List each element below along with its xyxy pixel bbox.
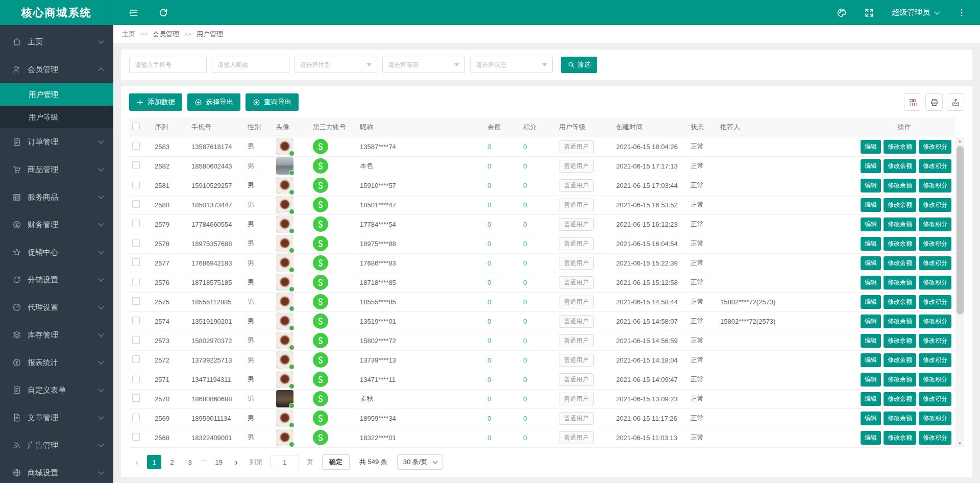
modify-points-button[interactable]: 修改积分	[919, 276, 951, 289]
edit-button[interactable]: 编辑	[861, 412, 881, 425]
modify-balance-button[interactable]: 修改余额	[884, 140, 916, 154]
nickname-input[interactable]	[212, 57, 289, 73]
status-select[interactable]: 请选择状态	[470, 57, 553, 73]
modify-points-button[interactable]: 修改积分	[919, 353, 951, 367]
modify-balance-button[interactable]: 修改余额	[884, 295, 916, 309]
edit-button[interactable]: 编辑	[861, 159, 881, 173]
edit-button[interactable]: 编辑	[861, 276, 881, 289]
row-checkbox[interactable]	[132, 220, 140, 227]
page-button[interactable]: 2	[165, 455, 179, 469]
row-checkbox[interactable]	[132, 278, 140, 285]
sidebar-item[interactable]: 订单管理	[0, 128, 113, 156]
add-data-button[interactable]: 添加数据	[129, 93, 182, 111]
modify-balance-button[interactable]: 修改余额	[884, 373, 916, 387]
edit-button[interactable]: 编辑	[861, 334, 881, 348]
row-checkbox[interactable]	[132, 297, 140, 305]
edit-button[interactable]: 编辑	[861, 315, 881, 328]
edit-button[interactable]: 编辑	[861, 353, 881, 367]
modify-balance-button[interactable]: 修改余额	[884, 218, 916, 231]
print-button[interactable]	[925, 93, 943, 111]
sidebar-item[interactable]: 自定义表单	[0, 376, 113, 404]
modify-points-button[interactable]: 修改积分	[919, 179, 951, 192]
select-all-checkbox[interactable]	[132, 123, 140, 130]
sidebar-item[interactable]: 文章管理	[0, 404, 113, 431]
table-scrollbar[interactable]: ▲ ▼	[955, 137, 964, 447]
modify-balance-button[interactable]: 修改余额	[884, 431, 916, 445]
export-button[interactable]	[947, 93, 964, 111]
scroll-up-arrow[interactable]: ▲	[955, 137, 964, 145]
sidebar-item[interactable]: 代理设置	[0, 294, 113, 321]
sidebar-item[interactable]: 财务管理	[0, 211, 113, 238]
admin-menu[interactable]: 超级管理员	[892, 8, 939, 17]
page-button[interactable]: 3	[183, 455, 197, 469]
modify-points-button[interactable]: 修改积分	[919, 140, 951, 154]
more-kebab-icon[interactable]	[957, 8, 967, 18]
query-export-button[interactable]: 查询导出	[246, 93, 299, 111]
row-checkbox[interactable]	[132, 181, 140, 188]
modify-balance-button[interactable]: 修改余额	[884, 412, 916, 425]
edit-button[interactable]: 编辑	[861, 295, 881, 309]
modify-balance-button[interactable]: 修改余额	[884, 256, 916, 270]
scroll-down-arrow[interactable]: ▼	[955, 439, 964, 447]
breadcrumb-item[interactable]: 主页	[122, 30, 135, 39]
theme-palette-icon[interactable]	[837, 8, 847, 18]
modify-points-button[interactable]: 修改积分	[919, 198, 951, 212]
row-checkbox[interactable]	[132, 161, 140, 169]
sidebar-item[interactable]: 促销中心	[0, 238, 113, 266]
confirm-page-button[interactable]: 确定	[322, 454, 350, 470]
page-size-select[interactable]: 30 条/页	[397, 454, 444, 470]
row-checkbox[interactable]	[132, 239, 140, 247]
modify-balance-button[interactable]: 修改余额	[884, 179, 916, 192]
edit-button[interactable]: 编辑	[861, 392, 881, 406]
fullscreen-icon[interactable]	[864, 8, 874, 18]
modify-balance-button[interactable]: 修改余额	[884, 159, 916, 173]
modify-points-button[interactable]: 修改积分	[919, 256, 951, 270]
sidebar-subitem[interactable]: 用户等级	[0, 106, 113, 128]
modify-points-button[interactable]: 修改积分	[919, 315, 951, 328]
modify-points-button[interactable]: 修改积分	[919, 218, 951, 231]
modify-balance-button[interactable]: 修改余额	[884, 392, 916, 406]
goto-page-input[interactable]	[271, 455, 299, 469]
next-page-button[interactable]: ›	[230, 455, 243, 469]
row-checkbox[interactable]	[132, 394, 140, 402]
row-checkbox[interactable]	[132, 414, 140, 421]
modify-points-button[interactable]: 修改积分	[919, 237, 951, 251]
breadcrumb-item[interactable]: 会员管理	[153, 30, 179, 39]
prev-page-button[interactable]: ‹	[130, 455, 143, 469]
filter-button[interactable]: 筛选	[561, 57, 597, 73]
sidebar-item[interactable]: 服务商品	[0, 183, 113, 211]
modify-balance-button[interactable]: 修改余额	[884, 353, 916, 367]
sidebar-item[interactable]: 库存管理	[0, 321, 113, 349]
sidebar-item[interactable]: 商品管理	[0, 156, 113, 183]
modify-points-button[interactable]: 修改积分	[919, 373, 951, 387]
edit-button[interactable]: 编辑	[861, 140, 881, 154]
row-checkbox[interactable]	[132, 375, 140, 382]
edit-button[interactable]: 编辑	[861, 237, 881, 251]
refresh-icon[interactable]	[158, 8, 168, 18]
row-checkbox[interactable]	[132, 317, 140, 324]
sidebar-subitem[interactable]: 用户管理	[0, 83, 113, 106]
row-checkbox[interactable]	[132, 336, 140, 344]
sidebar-item[interactable]: 会员管理	[0, 56, 113, 83]
modify-balance-button[interactable]: 修改余额	[884, 237, 916, 251]
modify-balance-button[interactable]: 修改余额	[884, 315, 916, 328]
page-button[interactable]: 1	[147, 455, 161, 469]
phone-input[interactable]	[129, 57, 207, 73]
edit-button[interactable]: 编辑	[861, 218, 881, 231]
breadcrumb-item[interactable]: 用户管理	[197, 30, 223, 39]
modify-balance-button[interactable]: 修改余额	[884, 198, 916, 212]
gender-select[interactable]: 请选择性别	[295, 57, 377, 73]
edit-button[interactable]: 编辑	[861, 373, 881, 387]
sidebar-item[interactable]: 广告管理	[0, 431, 113, 459]
scrollbar-thumb[interactable]	[957, 146, 964, 315]
modify-balance-button[interactable]: 修改余额	[884, 334, 916, 348]
edit-button[interactable]: 编辑	[861, 198, 881, 212]
row-checkbox[interactable]	[132, 355, 140, 363]
modify-points-button[interactable]: 修改积分	[919, 295, 951, 309]
row-checkbox[interactable]	[132, 200, 140, 208]
select-export-button[interactable]: 选择导出	[187, 93, 240, 111]
modify-balance-button[interactable]: 修改余额	[884, 276, 916, 289]
page-button[interactable]: 19	[212, 455, 226, 469]
menu-fold-icon[interactable]	[129, 8, 139, 18]
row-checkbox[interactable]	[132, 258, 140, 266]
